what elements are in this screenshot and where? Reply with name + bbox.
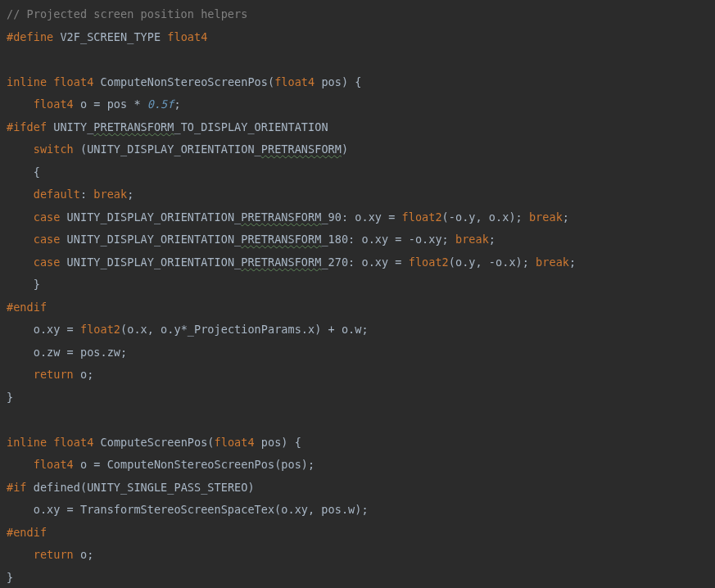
tok: o; xyxy=(74,548,94,561)
tok-default: default xyxy=(34,188,80,201)
indent xyxy=(7,458,34,471)
tok: (o.y, -o.x); xyxy=(449,256,536,269)
tok: o.xy = xyxy=(7,323,80,336)
tok-type: float4 xyxy=(215,436,255,449)
tok: (-o.y, o.x); xyxy=(442,210,529,224)
tok-return: return xyxy=(34,548,74,561)
indent xyxy=(7,233,34,246)
code-comment: // Projected screen position helpers xyxy=(7,7,247,20)
tok-brace: { xyxy=(7,165,40,179)
tok-brace: } xyxy=(7,571,13,584)
tok: _270: o.xy = xyxy=(321,256,408,269)
tok: UNITY_DISPLAY_ORIENTATION_ xyxy=(60,233,241,246)
indent xyxy=(7,368,34,381)
tok: _90: o.xy = xyxy=(321,210,401,224)
tok-return: return xyxy=(34,368,74,381)
tok-typo: PRETRANSFORM xyxy=(261,142,342,156)
tok-inline: inline xyxy=(7,436,47,449)
tok-func-decl: ComputeScreenPos( xyxy=(93,436,214,449)
tok-typo: PRETRANSFORM xyxy=(241,233,321,246)
tok-break: break xyxy=(529,210,563,224)
tok: : xyxy=(80,188,93,201)
indent xyxy=(7,142,34,156)
tok: (o.x, o.y*_ProjectionParams.x) + o.w; xyxy=(120,323,369,336)
tok-brace: } xyxy=(7,278,40,291)
tok-typo: PRETRANSFORM xyxy=(93,120,174,133)
indent xyxy=(7,210,34,224)
tok: defined(UNITY_SINGLE_PASS_STEREO) xyxy=(27,481,255,494)
tok-type: float4 xyxy=(34,458,74,471)
tok-case: case xyxy=(34,233,61,246)
indent xyxy=(7,188,34,201)
tok-ifdef: #ifdef xyxy=(7,120,47,133)
tok-if: #if xyxy=(7,481,27,494)
tok-func-decl: ComputeNonStereoScreenPos( xyxy=(93,75,274,88)
tok-case: case xyxy=(34,256,61,269)
tok-break: break xyxy=(455,233,489,246)
tok-case: case xyxy=(34,210,61,224)
tok-switch: switch xyxy=(34,142,74,156)
tok: o.xy = TransformStereoScreenSpaceTex(o.x… xyxy=(7,503,369,516)
tok: ; xyxy=(489,233,496,246)
indent xyxy=(7,548,34,561)
tok-type: float2 xyxy=(80,323,120,336)
tok-type: float4 xyxy=(53,436,93,449)
tok-endif: #endif xyxy=(7,526,47,539)
tok-macro-name: V2F_SCREEN_TYPE xyxy=(53,30,167,43)
tok-type: float2 xyxy=(409,256,449,269)
indent xyxy=(7,256,34,269)
tok: pos) { xyxy=(315,75,361,88)
tok: UNITY_ xyxy=(47,120,93,133)
tok-number: 0.5f xyxy=(147,97,174,111)
code-editor[interactable]: // Projected screen position helpers #de… xyxy=(0,0,715,588)
tok: ) xyxy=(342,142,348,156)
tok: pos) { xyxy=(255,436,301,449)
tok-typo: PRETRANSFORM xyxy=(241,256,321,269)
tok: ; xyxy=(563,210,569,224)
tok-typo: PRETRANSFORM xyxy=(241,210,321,224)
tok: UNITY_DISPLAY_ORIENTATION_ xyxy=(60,256,241,269)
tok: ; xyxy=(174,97,180,111)
tok-type: float4 xyxy=(34,97,74,111)
tok-break: break xyxy=(536,256,569,269)
tok-type: float4 xyxy=(53,75,93,88)
tok: o; xyxy=(74,368,94,381)
tok: ; xyxy=(569,256,576,269)
tok-inline: inline xyxy=(7,75,47,88)
indent xyxy=(7,97,34,111)
tok: (UNITY_DISPLAY_ORIENTATION_ xyxy=(74,142,261,156)
tok: o.zw = pos.zw; xyxy=(7,346,127,359)
tok: _TO_DISPLAY_ORIENTATION xyxy=(174,120,328,133)
tok: ; xyxy=(127,188,133,201)
tok-endif: #endif xyxy=(7,301,47,314)
tok-type: float4 xyxy=(274,75,315,88)
tok-type: float2 xyxy=(402,210,442,224)
tok: UNITY_DISPLAY_ORIENTATION_ xyxy=(60,210,241,224)
tok-type: float4 xyxy=(167,30,207,43)
tok-brace: } xyxy=(7,391,13,404)
tok-break: break xyxy=(93,188,127,201)
tok: o = ComputeNonStereoScreenPos(pos); xyxy=(74,458,315,471)
tok: o = pos * xyxy=(74,97,147,111)
tok: _180: o.xy = -o.xy; xyxy=(321,233,455,246)
tok-define: #define xyxy=(7,30,53,43)
